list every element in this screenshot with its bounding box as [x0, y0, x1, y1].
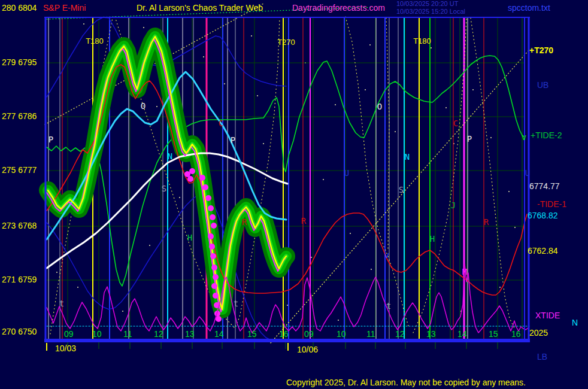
- data-file-link[interactable]: spcctom.txt: [508, 4, 550, 12]
- magenta-ball: [205, 195, 211, 201]
- chart-canvas: PONSHtCPRtRUONSHJCPRMtvvUT180T270T180: [0, 0, 588, 389]
- y-axis-label: 280 6804: [2, 4, 37, 12]
- chart-letter-marker: t: [59, 299, 64, 308]
- chart-letter-marker: t: [386, 301, 391, 311]
- chart-letter-marker: M: [462, 267, 467, 276]
- star-dot: [395, 131, 396, 132]
- chart-letter-marker: U: [525, 168, 530, 178]
- magenta-ball: [208, 205, 214, 211]
- star-dot: [338, 320, 339, 321]
- star-dot: [251, 35, 252, 37]
- star-dot: [490, 137, 492, 138]
- x-axis-hour-label: 09: [304, 330, 314, 338]
- chart-letter-marker: P: [49, 135, 53, 144]
- star-dot: [149, 245, 150, 246]
- x-axis-hour-label: 15: [489, 330, 498, 338]
- star-dot: [369, 44, 371, 45]
- magenta-ball: [216, 316, 222, 322]
- x-axis-hour-label: 13: [185, 330, 195, 338]
- chart-letter-marker: S: [399, 185, 404, 194]
- y-axis-label: 275 6777: [2, 166, 37, 174]
- xtide-line: [47, 264, 528, 333]
- star-dot: [203, 56, 204, 57]
- moon-timing-vee: [471, 18, 515, 329]
- x-axis-hour-label: 14: [457, 330, 467, 338]
- magenta-ball: [202, 184, 208, 190]
- trendline-label: T270: [277, 38, 295, 47]
- magenta-ball: [209, 244, 215, 250]
- star-dot: [499, 287, 501, 288]
- star-dot: [287, 305, 288, 306]
- right-margin-label: XTIDE: [535, 311, 560, 320]
- star-dot: [179, 197, 180, 198]
- star-dot: [263, 143, 264, 144]
- star-dot: [311, 257, 312, 258]
- star-dot: [83, 23, 84, 25]
- x-axis-hour-label: 11: [123, 330, 132, 338]
- magenta-ball: [213, 293, 219, 299]
- star-dot: [335, 104, 336, 105]
- timestamp-ut: 10/03/2025 20:20 UT: [396, 1, 458, 7]
- chart-letter-marker: t: [234, 299, 238, 308]
- chart-letter-marker: O: [377, 102, 382, 111]
- magenta-ball: [210, 253, 216, 259]
- y-axis-label: 277 6786: [2, 112, 37, 120]
- y-axis-label: 279 6795: [2, 58, 37, 66]
- chart-letter-marker: N: [168, 151, 172, 161]
- t270-trendline: [271, 50, 529, 343]
- star-dot: [122, 311, 123, 312]
- star-dot: [472, 89, 474, 90]
- chaos-trader-screen: S&P E-Mini Dr. Al Larson's Chaos Trader …: [0, 0, 588, 389]
- star-dot: [257, 95, 258, 96]
- star-dot: [365, 89, 366, 90]
- chart-letter-marker: P: [467, 134, 472, 144]
- y-axis-label: 271 6759: [2, 275, 37, 284]
- chart-letter-marker: J: [451, 200, 456, 210]
- x-axis-date-label: 10/03: [55, 344, 76, 352]
- chart-letter-marker: H: [430, 234, 435, 244]
- magenta-ball: [211, 265, 217, 271]
- chart-letter-marker: R: [484, 217, 489, 227]
- magenta-ball: [208, 233, 214, 239]
- chart-letter-marker: H: [187, 233, 192, 242]
- x-axis-hour-label: 16: [279, 330, 289, 338]
- right-margin-label: LB: [537, 352, 547, 361]
- x-axis-hour-label: 15: [247, 330, 257, 338]
- magenta-ball: [213, 274, 219, 280]
- right-margin-label: 6774.77: [529, 182, 560, 190]
- right-margin-label: N: [572, 318, 578, 327]
- y-axis-label: 273 6768: [2, 221, 37, 230]
- right-margin-label: +T270: [529, 46, 553, 54]
- star-dot: [431, 47, 432, 48]
- magenta-ball: [210, 214, 216, 220]
- x-axis-hour-label: 10: [337, 330, 346, 338]
- star-dot: [77, 287, 78, 288]
- page-title: Dr. Al Larson's Chaos Trader Web: [137, 4, 263, 12]
- chart-letter-marker: R: [301, 216, 307, 226]
- star-dot: [156, 106, 157, 107]
- chart-letter-marker: v: [522, 132, 526, 142]
- star-dot: [350, 233, 351, 234]
- star-dot: [323, 179, 324, 180]
- t180-trendline: [45, 4, 263, 124]
- moon-timing-vee: [386, 18, 389, 250]
- star-dot: [143, 27, 144, 28]
- chart-letter-marker: C: [219, 118, 223, 128]
- copyright-notice: Copyright 2025, Dr. Al Larson. May not b…: [286, 378, 526, 387]
- magenta-ball: [211, 283, 217, 289]
- chart-letter-marker: C: [453, 118, 458, 128]
- site-link[interactable]: Daytradingforecasts.com: [292, 4, 385, 12]
- x-axis-date-label: 10/06: [297, 345, 318, 354]
- star-dot: [224, 83, 225, 84]
- trendline-label: T180: [413, 37, 431, 45]
- chart-letter-marker: U: [344, 168, 349, 178]
- star-dot: [508, 191, 510, 192]
- star-dot: [514, 227, 516, 228]
- timestamp-local: 10/03/2025 15:20 Local: [396, 8, 465, 15]
- x-axis-hour-label: 16: [511, 330, 521, 338]
- chart-letter-marker: P: [231, 135, 235, 145]
- magenta-ball: [187, 176, 193, 182]
- y-axis-label: 270 6750: [2, 327, 37, 336]
- x-axis-hour-label: 12: [154, 330, 163, 338]
- right-margin-label: 2025: [529, 329, 548, 337]
